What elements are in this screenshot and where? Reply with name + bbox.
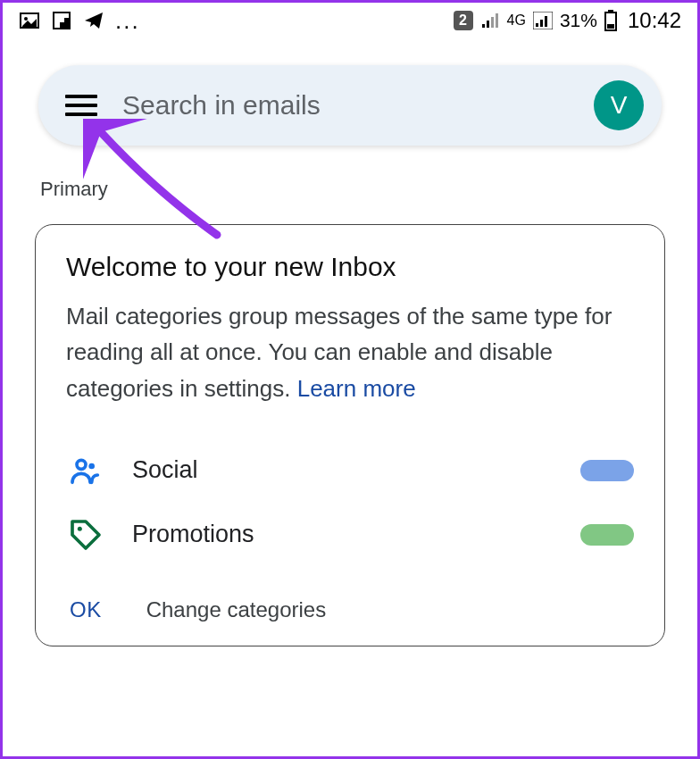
signal-icon-2: [533, 12, 553, 29]
category-row-promotions: Promotions: [66, 503, 634, 567]
svg-rect-5: [64, 13, 69, 18]
svg-rect-4: [60, 13, 64, 22]
svg-point-1: [24, 17, 28, 21]
svg-point-10: [77, 460, 86, 469]
tag-icon: [66, 515, 105, 555]
signal-icon-1: [480, 12, 500, 29]
ok-button[interactable]: OK: [70, 597, 102, 622]
people-icon: [66, 451, 105, 490]
status-notifications: ...: [19, 7, 140, 35]
category-row-social: Social: [66, 438, 634, 503]
category-label-social: Social: [132, 456, 580, 484]
search-bar[interactable]: V: [38, 65, 662, 146]
svg-rect-9: [607, 24, 614, 29]
category-label-promotions: Promotions: [132, 521, 580, 548]
status-indicators: 2 4G 31% 10:42: [454, 8, 681, 33]
card-title: Welcome to your new Inbox: [66, 252, 634, 282]
svg-rect-8: [608, 10, 613, 13]
pill-indicator-social: [580, 460, 634, 481]
image-icon: [19, 10, 40, 31]
change-categories-button[interactable]: Change categories: [146, 597, 326, 622]
telegram-icon: [83, 10, 104, 31]
card-body: Mail categories group messages of the sa…: [66, 298, 634, 406]
clock-time: 10:42: [628, 8, 681, 33]
more-notifications: ...: [115, 7, 140, 35]
avatar-letter: V: [611, 91, 628, 120]
avatar[interactable]: V: [594, 80, 644, 130]
svg-point-11: [88, 463, 95, 470]
status-bar: ... 2 4G 31% 10:42: [3, 3, 697, 38]
learn-more-link[interactable]: Learn more: [297, 375, 416, 402]
section-label-primary: Primary: [3, 163, 697, 215]
flipboard-icon: [51, 10, 72, 31]
search-input[interactable]: [122, 90, 594, 121]
card-actions: OK Change categories: [66, 597, 634, 622]
network-type: 4G: [507, 13, 526, 29]
sim-badge: 2: [454, 11, 473, 30]
svg-rect-3: [54, 13, 60, 28]
svg-point-12: [78, 527, 82, 531]
hamburger-menu-icon[interactable]: [65, 95, 97, 116]
welcome-card: Welcome to your new Inbox Mail categorie…: [35, 224, 665, 646]
battery-percent: 31%: [560, 10, 597, 31]
pill-indicator-promotions: [580, 524, 634, 546]
battery-icon: [604, 10, 617, 31]
